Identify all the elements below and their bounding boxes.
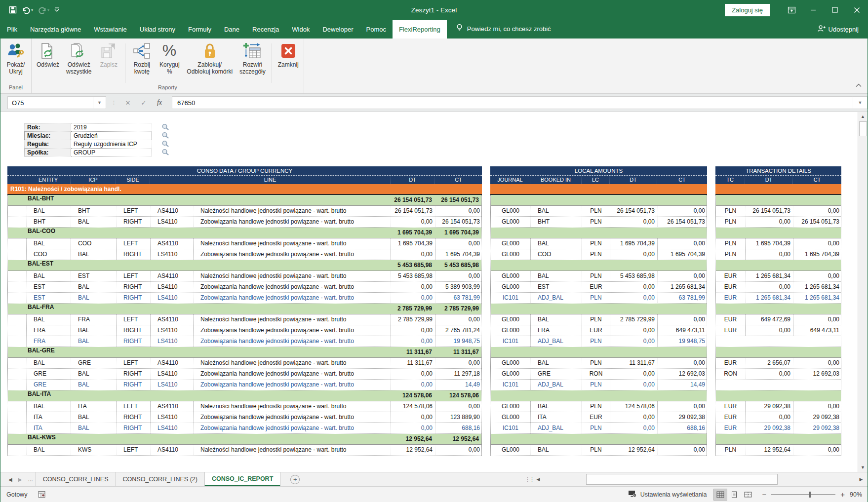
cell[interactable]: 0,00 bbox=[391, 325, 435, 336]
cell[interactable]: BAL bbox=[27, 238, 71, 249]
cell[interactable]: 0,00 bbox=[746, 249, 793, 260]
data-row[interactable]: EUR649 472,690,00 bbox=[716, 314, 841, 325]
cell[interactable]: 123 889,90 bbox=[435, 412, 482, 423]
cell[interactable]: PLN bbox=[582, 206, 610, 216]
cell[interactable]: BHT bbox=[27, 217, 71, 227]
close-report-button[interactable]: Zamknij bbox=[275, 41, 302, 69]
cell[interactable]: 0,00 bbox=[610, 380, 658, 390]
undo-icon[interactable]: ▾ bbox=[20, 5, 35, 15]
data-row[interactable]: GREBALRIGHTLS4110Zobowiązania handlowe j… bbox=[8, 369, 481, 380]
show-hide-button[interactable]: Pokaż/ Ukryj bbox=[2, 41, 30, 76]
cell[interactable]: COO bbox=[71, 238, 117, 249]
cell[interactable]: 0,00 bbox=[793, 401, 842, 412]
cell[interactable] bbox=[8, 238, 27, 249]
cell[interactable] bbox=[8, 412, 27, 423]
cell[interactable]: 26 154 051,73 bbox=[390, 195, 434, 205]
formula-input[interactable]: 67650 bbox=[172, 96, 853, 109]
cell[interactable]: 2 765 781,24 bbox=[435, 325, 482, 336]
cell[interactable]: 26 154 051,73 bbox=[434, 195, 481, 205]
cell[interactable] bbox=[8, 336, 27, 347]
cell[interactable]: BAL bbox=[531, 206, 582, 216]
scroll-right-icon[interactable]: ▶ bbox=[857, 477, 866, 482]
data-row[interactable]: EUR0,0029 092,38 bbox=[716, 412, 841, 423]
data-row[interactable]: IC101ADJ_BALPLN0,0063 781,99 bbox=[491, 293, 707, 304]
cell[interactable]: 12 952,64 bbox=[391, 445, 435, 455]
cell[interactable]: 0,00 bbox=[610, 369, 658, 379]
group-row[interactable] bbox=[491, 434, 707, 445]
cell[interactable]: Należności handlowe jednostki powiązane … bbox=[194, 238, 391, 249]
data-row[interactable]: PLN0,0026 154 051,73 bbox=[716, 217, 841, 228]
group-row[interactable]: BAL-EST5 453 685,985 453 685,98 bbox=[8, 260, 481, 271]
cell[interactable]: 0,00 bbox=[610, 423, 658, 433]
zoom-slider[interactable] bbox=[771, 494, 835, 495]
data-row[interactable]: EUR0,001 265 681,34 bbox=[716, 282, 841, 293]
cell[interactable]: Zobowiązania handlowe jednostki powiązan… bbox=[194, 336, 391, 347]
cell[interactable]: GL000 bbox=[491, 271, 531, 281]
zoom-slider-thumb[interactable] bbox=[809, 492, 811, 498]
collapse-ribbon-icon[interactable] bbox=[856, 80, 862, 89]
cell[interactable]: 1 695 704,39 bbox=[746, 238, 793, 249]
group-row[interactable] bbox=[716, 304, 841, 314]
vertical-scrollbar[interactable]: ▲ ▼ bbox=[858, 112, 868, 472]
cell[interactable]: 0,00 bbox=[793, 445, 842, 455]
vertical-scroll-thumb[interactable] bbox=[859, 121, 867, 136]
sheet-tab-conso-corr-lines-2[interactable]: CONSO_CORR_LINES (2) bbox=[116, 472, 205, 486]
data-row[interactable]: GL000COOPLN0,001 695 704,39 bbox=[491, 249, 707, 260]
cell[interactable]: 0,00 bbox=[793, 238, 842, 249]
cell[interactable]: LS4110 bbox=[151, 423, 194, 433]
cell[interactable]: 1 265 681,34 bbox=[793, 293, 842, 303]
cell[interactable]: BAL bbox=[71, 412, 117, 423]
cell[interactable]: 1 695 704,39 bbox=[793, 249, 842, 260]
cell[interactable] bbox=[8, 380, 27, 390]
sign-in-button[interactable]: Zaloguj się bbox=[725, 4, 770, 16]
name-box-dropdown-icon[interactable]: ▼ bbox=[93, 97, 106, 109]
data-row[interactable]: GL000BALPLN12 952,640,00 bbox=[491, 445, 707, 456]
cell[interactable]: 0,00 bbox=[610, 412, 658, 423]
cell[interactable]: BAL bbox=[71, 325, 117, 336]
tab-split-grip[interactable]: ⋮⋮ bbox=[525, 476, 534, 483]
cell[interactable]: BAL bbox=[27, 314, 71, 325]
data-row[interactable]: EUR29 092,380,00 bbox=[716, 401, 841, 412]
save-icon[interactable] bbox=[7, 5, 18, 15]
lock-unlock-cells-button[interactable]: Zablokuj/ Odblokuj komórki bbox=[183, 41, 236, 76]
tell-me-box[interactable]: Powiedz mi, co chcesz zrobić bbox=[456, 24, 551, 34]
cell[interactable]: 5 453 685,98 bbox=[391, 271, 435, 281]
cell[interactable]: 0,00 bbox=[391, 217, 435, 227]
ribbon-tab-flexireporting[interactable]: FlexiReporting bbox=[393, 20, 447, 39]
cell[interactable]: COO bbox=[27, 249, 71, 260]
cell[interactable]: 5 453 685,98 bbox=[390, 260, 434, 270]
cell[interactable]: BAL bbox=[71, 336, 117, 347]
cell[interactable]: RIGHT bbox=[117, 380, 151, 390]
data-row[interactable]: GREBALRIGHTLS4110Zobowiązania handlowe j… bbox=[8, 380, 481, 390]
form-value[interactable]: Grudzień bbox=[71, 131, 152, 140]
group-row[interactable] bbox=[716, 347, 841, 358]
cell[interactable]: AS4110 bbox=[151, 401, 194, 412]
cell[interactable]: Zobowiązania handlowe jednostki powiązan… bbox=[194, 412, 391, 423]
cell[interactable]: BAL bbox=[71, 217, 117, 227]
data-row[interactable] bbox=[716, 336, 841, 347]
cell[interactable]: EUR bbox=[582, 282, 610, 292]
cell[interactable]: 12 952,64 bbox=[746, 445, 793, 455]
ribbon-tab-widok[interactable]: Widok bbox=[285, 20, 316, 39]
cell[interactable]: Należności handlowe jednostki powiązane … bbox=[194, 206, 391, 216]
data-row[interactable] bbox=[716, 380, 841, 390]
data-row[interactable]: RON0,0012 692,03 bbox=[716, 369, 841, 380]
group-row[interactable]: BAL-COO1 695 704,391 695 704,39 bbox=[8, 228, 481, 238]
cell[interactable]: EST bbox=[531, 282, 582, 292]
cell[interactable]: GRE bbox=[71, 358, 117, 368]
cell[interactable]: 1 265 681,34 bbox=[746, 271, 793, 281]
cell[interactable]: EUR bbox=[716, 423, 746, 433]
refresh-button[interactable]: Odśwież bbox=[33, 41, 63, 69]
cell[interactable]: COO bbox=[531, 249, 582, 260]
cell[interactable]: 0,00 bbox=[391, 336, 435, 347]
data-row[interactable]: FRABALRIGHTLS4110Zobowiązania handlowe j… bbox=[8, 336, 481, 347]
cell[interactable]: 11 311,67 bbox=[390, 347, 434, 357]
cell[interactable]: BHT bbox=[531, 217, 582, 227]
cell[interactable]: RIGHT bbox=[117, 336, 151, 347]
expand-formula-bar-icon[interactable]: ▼ bbox=[853, 96, 868, 109]
formula-bar-grip[interactable]: ⋮ bbox=[106, 100, 120, 106]
cell[interactable]: GRE bbox=[27, 369, 71, 379]
cell[interactable]: Zobowiązania handlowe jednostki powiązan… bbox=[194, 380, 391, 390]
cell[interactable]: 0,00 bbox=[391, 369, 435, 379]
cell[interactable]: PLN bbox=[582, 314, 610, 325]
